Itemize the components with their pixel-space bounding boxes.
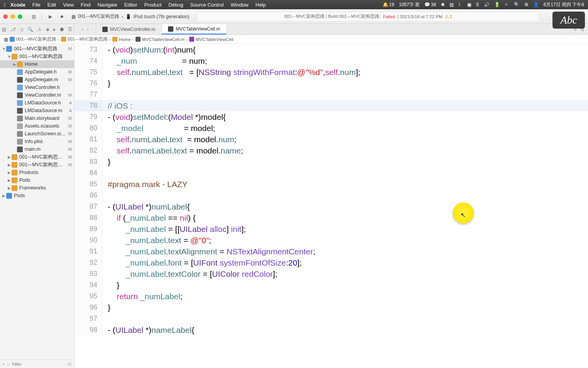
code-line[interactable]: 83}	[75, 156, 588, 167]
code-content[interactable]: _numLabel.textAlignment = NSTextAlignmen…	[102, 246, 315, 257]
code-content[interactable]	[102, 190, 108, 201]
tree-row[interactable]: ▶001---MVC架构思路 UITestsM	[0, 161, 74, 169]
code-content[interactable]: self.numLabel.text = model.num;	[102, 134, 236, 145]
code-content[interactable]: }	[102, 156, 110, 167]
battery-icon[interactable]: 🔋	[494, 2, 500, 7]
code-line[interactable]: 95 return _numLabel;	[75, 291, 588, 302]
wifi-icon[interactable]: ᯤ	[505, 2, 509, 7]
code-content[interactable]: _numLabel.textColor = [UIColor redColor]…	[102, 268, 278, 279]
code-content[interactable]: _numLabel.font = [UIFont systemFontOfSiz…	[102, 257, 302, 268]
tab-mvctableviewcell[interactable]: MVCTableViewCell.m	[162, 24, 227, 34]
code-content[interactable]: // iOS :	[102, 100, 135, 111]
code-line[interactable]: 74 _num = num;	[75, 55, 588, 66]
screenshot-icon[interactable]: ▣	[467, 2, 471, 7]
code-line[interactable]: 75 self.numLabel.text = [NSString string…	[75, 66, 588, 78]
tree-row[interactable]: ▶001---MVC架构思路 TestsM	[0, 153, 74, 161]
filter-input[interactable]	[12, 362, 65, 366]
apple-menu-icon[interactable]: 	[4, 2, 6, 8]
code-content[interactable]: self.nameLabel.text = model.name;	[102, 145, 243, 156]
code-line[interactable]: 78// iOS :	[75, 100, 588, 111]
tree-row[interactable]: ▶Home	[0, 60, 74, 68]
tree-row[interactable]: Assets.xcassetsM	[0, 122, 74, 130]
code-line[interactable]: 86	[75, 190, 588, 201]
code-content[interactable]: _numLabel = [[UILabel alloc] init];	[102, 223, 246, 235]
code-line[interactable]: 98- (UILabel *)nameLabel{	[75, 324, 588, 336]
disclosure-icon[interactable]: ▶	[2, 194, 6, 198]
volume-icon[interactable]: 🔊	[484, 2, 490, 7]
add-icon[interactable]: +	[2, 362, 5, 366]
app-menu-xcode[interactable]: Xcode	[10, 2, 25, 8]
issue-navigator-icon[interactable]: ⚠	[37, 27, 42, 32]
tree-row[interactable]: ▼001---MVC架构思路M	[0, 45, 74, 53]
report-navigator-icon[interactable]: ☰	[68, 27, 72, 32]
code-content[interactable]: }	[102, 279, 119, 291]
disclosure-icon[interactable]: ▶	[7, 178, 12, 182]
code-content[interactable]: }	[102, 78, 110, 89]
code-line[interactable]: 80 _model = model;	[75, 123, 588, 134]
warning-badge[interactable]: ⚠ 2	[445, 14, 452, 19]
code-line[interactable]: 81 self.numLabel.text = model.num;	[75, 134, 588, 145]
datetime[interactable]: 6月17日 周四 下午8	[544, 2, 584, 8]
code-line[interactable]: 89 _numLabel = [[UILabel alloc] init];	[75, 223, 588, 235]
app-menu-debug[interactable]: Debug	[168, 2, 183, 8]
disclosure-icon[interactable]: ▶	[7, 170, 12, 175]
tree-row[interactable]: ▶Products	[0, 169, 74, 176]
code-line[interactable]: 73- (void)setNum:(int)num{	[75, 44, 588, 55]
tree-row[interactable]: ▼001---MVC架构思路	[0, 53, 74, 60]
code-line[interactable]: 88 if (_numLabel == nil) {	[75, 212, 588, 223]
source-editor[interactable]: 73- (void)setNum:(int)num{74 _num = num;…	[75, 44, 588, 368]
project-navigator-icon[interactable]: ▤	[2, 27, 6, 32]
tree-row[interactable]: ▶Frameworks	[0, 184, 74, 192]
code-content[interactable]: _model = model;	[102, 123, 215, 134]
tab-mvcviewcontroller[interactable]: MVCViewController.m	[96, 24, 162, 34]
tree-row[interactable]: ViewController.mM	[0, 91, 74, 99]
code-content[interactable]: if (_numLabel == nil) {	[102, 212, 196, 223]
debug-navigator-icon[interactable]: ▸	[53, 27, 56, 32]
source-control-navigator-icon[interactable]: ⎇	[10, 27, 16, 32]
back-button[interactable]: ‹	[82, 27, 83, 32]
dnd-icon[interactable]: ☾	[458, 2, 463, 7]
code-content[interactable]: - (void)setNum:(int)num{	[102, 44, 196, 55]
file-tree[interactable]: ▼001---MVC架构思路M▼001---MVC架构思路▶HomeAppDel…	[0, 44, 74, 359]
tree-row[interactable]: LMDataSource.hA	[0, 99, 74, 107]
breakpoint-navigator-icon[interactable]: ⬣	[60, 27, 64, 32]
scheme-selector[interactable]: ▦ 001---MVC架构思路 › 📱 iPod touch (7th gene…	[71, 13, 189, 20]
sidebar-toggle-icon[interactable]: ▥	[29, 12, 38, 21]
tree-row[interactable]: ViewController.h	[0, 83, 74, 91]
forward-button[interactable]: ›	[87, 27, 89, 32]
find-navigator-icon[interactable]: 🔍	[27, 27, 33, 32]
run-button[interactable]: ▶	[46, 12, 54, 21]
disclosure-icon[interactable]: ▶	[7, 163, 12, 167]
disclosure-icon[interactable]: ▶	[7, 155, 12, 159]
app-menu-navigate[interactable]: Navigate	[97, 2, 117, 8]
app-menu-find[interactable]: Find	[81, 2, 90, 8]
tree-row[interactable]: AppDelegate.mM	[0, 76, 74, 83]
tree-row[interactable]: ▶Pods	[0, 192, 74, 199]
code-content[interactable]: _num = num;	[102, 55, 207, 66]
code-line[interactable]: 79- (void)setModel:(Model *)model{	[75, 111, 588, 123]
disclosure-icon[interactable]: ▶	[12, 62, 17, 66]
tree-row[interactable]: main.mM	[0, 145, 74, 153]
clipboard-icon[interactable]: ▤	[449, 2, 454, 7]
tree-row[interactable]: ▶Pods	[0, 176, 74, 184]
notification-icon[interactable]: 🔔19	[383, 2, 394, 7]
app-menu-view[interactable]: View	[63, 2, 74, 8]
code-line[interactable]: 76}	[75, 78, 588, 89]
code-line[interactable]: 84	[75, 167, 588, 179]
test-navigator-icon[interactable]: ◈	[46, 27, 49, 32]
tree-row[interactable]: AppDelegate.hM	[0, 68, 74, 76]
recent-filter-icon[interactable]: ◷	[68, 361, 71, 366]
code-line[interactable]: 91 _numLabel.textAlignment = NSTextAlign…	[75, 246, 588, 257]
app-menu-product[interactable]: Product	[144, 2, 162, 8]
code-content[interactable]: self.numLabel.text = [NSString stringWit…	[102, 66, 360, 78]
code-content[interactable]: - (UILabel *)nameLabel{	[102, 324, 194, 336]
tree-row[interactable]: Main.storyboardM	[0, 114, 74, 122]
minimize-window-icon[interactable]	[10, 14, 15, 19]
code-content[interactable]	[102, 313, 108, 324]
code-line[interactable]: 87- (UILabel *)numLabel{	[75, 201, 588, 212]
jump-bar[interactable]: ▦ 001---MVC架构思路 › 001---MVC架构思路 › Home ›…	[0, 35, 588, 44]
shortcut-icon[interactable]: ✱	[441, 2, 445, 7]
code-content[interactable]: }	[102, 302, 110, 313]
search-icon[interactable]: 🔍	[514, 2, 520, 7]
control-center-icon[interactable]: ⚙	[524, 2, 529, 7]
